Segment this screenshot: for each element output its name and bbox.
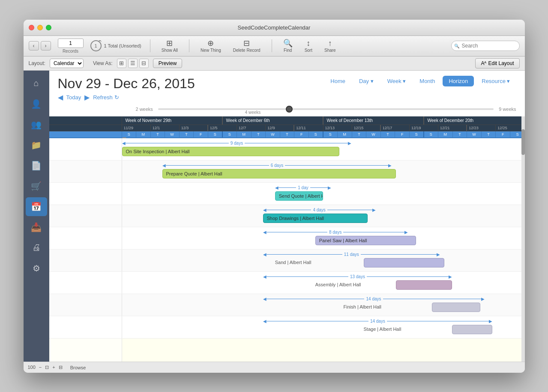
day-t6: T bbox=[381, 131, 395, 137]
close-button[interactable] bbox=[29, 25, 34, 30]
delete-label: Delete Record bbox=[233, 48, 261, 53]
calendar-date-range: Nov 29 - Dec 26, 2015 bbox=[58, 76, 195, 92]
record-number-input[interactable] bbox=[58, 39, 84, 48]
sidebar-item-settings[interactable]: ⚙ bbox=[26, 259, 47, 278]
nav-forward-button[interactable]: › bbox=[41, 41, 51, 50]
total-text: 1 Total (Unsorted) bbox=[104, 43, 141, 48]
week-header-row: Week of November 29th Week of December 6… bbox=[49, 116, 525, 125]
task-bar-prepare-quote[interactable]: Prepare Quote | Albert Hall bbox=[162, 169, 396, 178]
sidebar-item-cart[interactable]: 🛒 bbox=[26, 177, 47, 196]
sidebar-item-document[interactable]: 📄 bbox=[26, 156, 47, 175]
show-all-icon: ⊞ bbox=[166, 39, 173, 47]
search-input[interactable] bbox=[451, 41, 520, 51]
sidebar-item-folder[interactable]: 📁 bbox=[26, 136, 47, 154]
toolbar: ‹ › Records 1 1 Total (Unsorted) ⊞ Show … bbox=[24, 36, 525, 56]
viewas-card-button[interactable]: ⊞ bbox=[117, 59, 126, 68]
edit-layout-button[interactable]: Aᴬ Edit Layout bbox=[475, 58, 519, 68]
task-label-assembly: Assembly | Albert Hall bbox=[315, 282, 361, 287]
duration-5: ◀ 8 days ▶ bbox=[263, 230, 408, 235]
delete-record-button[interactable]: ⊟ Delete Record bbox=[231, 39, 263, 53]
tab-home[interactable]: Home bbox=[324, 76, 351, 86]
gantt-row-5: ◀ 8 days ▶ Panel Saw | Albert Hall bbox=[49, 227, 525, 249]
gantt-row-5-label bbox=[49, 227, 122, 249]
gantt-container[interactable]: Week of November 29th Week of December 6… bbox=[49, 116, 525, 362]
tab-week[interactable]: Week ▾ bbox=[381, 76, 412, 86]
sidebar-item-calendar[interactable]: 📅 bbox=[26, 197, 47, 216]
viewas-list-button[interactable]: ☰ bbox=[128, 59, 138, 68]
edit-layout-icon: Aᴬ bbox=[481, 60, 486, 66]
task-label-finish: Finish | Albert Hall bbox=[344, 304, 381, 309]
scrollbar-thumb[interactable] bbox=[521, 129, 525, 155]
cal-next-button[interactable]: ▶ bbox=[84, 93, 90, 101]
separator-3 bbox=[272, 39, 272, 52]
share-label: Share bbox=[324, 48, 336, 53]
share-button[interactable]: ↑ Share bbox=[322, 39, 338, 53]
layout-label: Layout: bbox=[29, 60, 45, 66]
task-bar-assembly[interactable] bbox=[396, 280, 452, 290]
window-icon: ⊟ bbox=[59, 365, 63, 370]
gantt-row-4-chart: ◀ 4 days ▶ Shop Drawings | Albert Hall bbox=[122, 205, 525, 227]
record-section: Records bbox=[58, 39, 84, 53]
day-t5: T bbox=[352, 131, 367, 137]
find-button[interactable]: 🔍 Find bbox=[281, 39, 295, 53]
browse-mode: Browse bbox=[66, 362, 90, 373]
task-bar-panel-saw[interactable]: Panel Saw | Albert Hall bbox=[315, 236, 416, 245]
timeline-slider[interactable] bbox=[158, 108, 494, 110]
day-t1: T bbox=[151, 131, 165, 137]
date-127: 12/7 bbox=[237, 125, 266, 131]
sidebar-item-print[interactable]: 🖨 bbox=[26, 238, 47, 257]
scrollbar-vertical[interactable] bbox=[521, 116, 525, 362]
nav-back-button[interactable]: ‹ bbox=[29, 41, 39, 50]
tab-resource[interactable]: Resource ▾ bbox=[476, 76, 516, 86]
sidebar-item-team[interactable]: 👥 bbox=[26, 115, 47, 134]
search-area bbox=[451, 41, 520, 51]
task-bar-send-quote[interactable]: Send Quote | Albert Hall bbox=[275, 191, 323, 201]
separator-1 bbox=[150, 39, 150, 52]
new-thing-button[interactable]: ⊕ New Thing bbox=[198, 39, 224, 53]
statusbar: 100 − ⊡ + ⊟ Browse bbox=[24, 362, 525, 373]
gantt-row-3: ◀ 1 day ▶ Send Quote | Albert Hall bbox=[49, 183, 525, 205]
cal-prev-button[interactable]: ◀ bbox=[58, 93, 63, 101]
zoom-icon-box: ⊡ bbox=[45, 365, 49, 370]
slider-thumb[interactable] bbox=[286, 106, 293, 113]
task-bar-sand[interactable] bbox=[364, 258, 444, 267]
sidebar-item-contacts[interactable]: 👤 bbox=[26, 95, 47, 113]
sidebar: ⌂ 👤 👥 📁 📄 🛒 📅 📥 🖨 ⚙ bbox=[24, 71, 49, 362]
new-thing-label: New Thing bbox=[201, 48, 221, 53]
day-f2: F bbox=[294, 131, 309, 137]
gantt-row-6-chart: ◀ 11 days ▶ Sand | Albert Hall bbox=[122, 249, 525, 271]
gantt-row-empty-1 bbox=[49, 339, 525, 362]
task-bar-stage[interactable] bbox=[452, 325, 492, 334]
task-bar-onsite[interactable]: On Site Inspection | Albert Hall bbox=[122, 147, 340, 156]
tab-day[interactable]: Day ▾ bbox=[353, 76, 380, 86]
gantt-row-9-label bbox=[49, 316, 122, 338]
date-1213: 12/13 bbox=[323, 125, 352, 131]
viewas-table-button[interactable]: ⊟ bbox=[139, 59, 149, 68]
day-s1: S bbox=[122, 131, 137, 137]
layout-select[interactable]: Calendar bbox=[50, 59, 84, 68]
maximize-button[interactable] bbox=[46, 25, 51, 30]
preview-button[interactable]: Preview bbox=[153, 59, 183, 68]
sort-button[interactable]: ↕ Sort bbox=[302, 39, 315, 53]
window-title: SeedCodeCompleteCalendar bbox=[238, 24, 311, 31]
tab-month[interactable]: Month bbox=[413, 76, 441, 86]
sidebar-item-home[interactable]: ⌂ bbox=[26, 74, 47, 93]
tab-horizon[interactable]: Horizon bbox=[443, 76, 474, 86]
sidebar-item-inbox[interactable]: 📥 bbox=[26, 218, 47, 237]
gantt-row-9-chart: ◀ 14 days ▶ Stage | Albert Hall bbox=[122, 316, 525, 338]
day-m2: M bbox=[237, 131, 252, 137]
task-bar-shop-drawings[interactable]: Shop Drawings | Albert Hall bbox=[263, 214, 368, 223]
task-bar-finish[interactable] bbox=[432, 303, 480, 312]
cal-refresh-button[interactable]: Refresh ↻ bbox=[93, 94, 119, 101]
duration-7: ◀ 13 days ▶ bbox=[263, 274, 452, 279]
day-m1: M bbox=[136, 131, 151, 137]
day-m4: M bbox=[438, 131, 453, 137]
cal-today-button[interactable]: Today bbox=[66, 94, 81, 101]
separator-2 bbox=[189, 39, 189, 52]
delete-icon: ⊟ bbox=[243, 39, 250, 47]
minimize-button[interactable] bbox=[37, 25, 43, 30]
date-1219: 12/19 bbox=[410, 125, 438, 131]
show-all-button[interactable]: ⊞ Show All bbox=[159, 39, 180, 53]
gantt-row-7-label bbox=[49, 272, 122, 294]
day-s4: S bbox=[309, 131, 323, 137]
